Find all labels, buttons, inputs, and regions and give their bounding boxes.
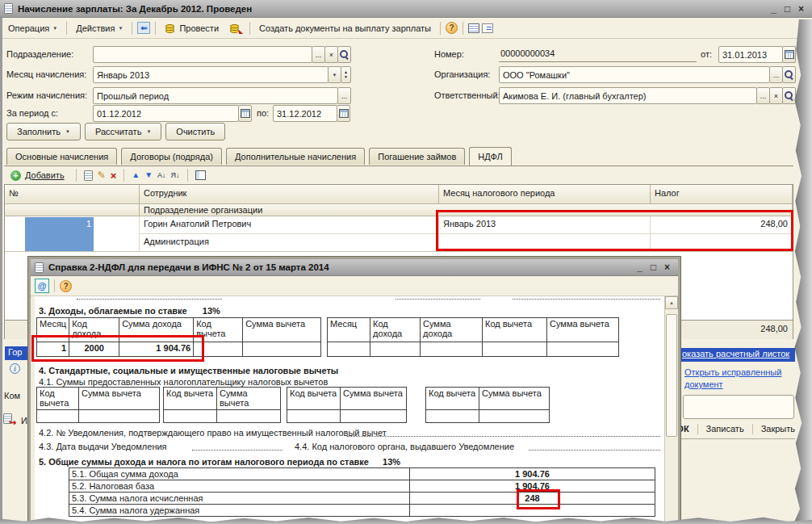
total-row-label: 5.1. Общая сумма дохода (69, 468, 410, 480)
tab-ndfl[interactable]: НДФЛ (469, 147, 511, 166)
toolbar-separator (76, 169, 77, 182)
period-from-field[interactable]: 01.12.2012 (93, 105, 252, 122)
dialog-title: Справка 2-НДФЛ для передачи в ИФНС № 2 о… (48, 262, 633, 272)
dialog-help-icon[interactable]: ? (60, 280, 72, 292)
sort-asc-icon[interactable]: А↓ (157, 171, 166, 179)
add-icon: + (10, 170, 21, 181)
ellipsis-button[interactable]: ... (337, 87, 351, 104)
accrual-month-field[interactable]: Январь 2013 ▼ ▲ ▼ (93, 66, 351, 83)
post-and-close-icon-button[interactable] (225, 21, 245, 35)
magnifier-icon (785, 70, 793, 79)
toolbar-separator (187, 169, 188, 182)
post-document-button[interactable]: Провести (161, 21, 223, 35)
delete-row-icon[interactable]: × (111, 170, 117, 182)
responsible-field[interactable]: Акимова Е. И. (главный бухгалтер) ... × (499, 87, 796, 104)
tab-additional-accruals[interactable]: Дополнительные начисления (226, 148, 365, 165)
goto-list-icon-button[interactable]: ⇐ (137, 22, 150, 34)
vertical-scrollbar[interactable]: ▲ (664, 296, 678, 522)
close-doc-button[interactable]: Закрыть (761, 424, 795, 434)
ellipsis-button[interactable]: ... (312, 46, 325, 63)
grid-header-employee[interactable]: Сотрудник (140, 185, 439, 204)
grid-header-tax[interactable]: Налог (651, 185, 793, 204)
operation-menu-button[interactable]: Операция ▼ (4, 22, 61, 35)
document-icon (35, 262, 44, 273)
window-frame-left (0, 18, 2, 524)
calendar-button[interactable] (337, 105, 350, 122)
ndfl2-dialog: Справка 2-НДФЛ для передачи в ИФНС № 2 о… (28, 257, 680, 524)
spin-button[interactable]: ▲ ▼ (341, 66, 351, 83)
create-payout-docs-label: Создать документы на выплату зарплаты (259, 23, 431, 33)
tab-main-accruals[interactable]: Основные начисления (6, 148, 117, 165)
accrual-month-label: Месяц начисления: (6, 69, 86, 79)
number-field[interactable]: 00000000034 (499, 47, 697, 62)
button-separator (752, 424, 753, 434)
period-to-field[interactable]: 31.12.2012 (273, 105, 350, 122)
edit-row-icon[interactable]: ✎ (98, 170, 106, 181)
doc-date-field[interactable]: 31.01.2013 (718, 46, 796, 63)
help-icon[interactable]: ? (446, 22, 458, 34)
tab-label: Дополнительные начисления (235, 152, 356, 161)
search-icon-button[interactable] (337, 46, 351, 63)
open-corrected-doc-link[interactable]: Открыть исправленный документ (684, 367, 797, 391)
dialog-minimize-button[interactable]: _ (633, 262, 647, 273)
row-selection-marker[interactable]: 1 (25, 217, 94, 251)
calendar-button[interactable] (782, 46, 796, 63)
comment-label-fragment: Ком (4, 391, 20, 400)
calendar-icon (785, 50, 794, 59)
actions-menu-button[interactable]: Действия ▼ (72, 22, 127, 35)
column-settings-icon[interactable] (195, 170, 206, 180)
period-from-label: За период с: (6, 108, 58, 118)
search-icon-button[interactable] (782, 87, 796, 104)
link-line1: Открыть исправленный (684, 367, 797, 379)
scroll-up-icon: ▲ (669, 300, 674, 305)
close-button[interactable]: × (794, 3, 808, 15)
clear-icon[interactable]: × (769, 87, 783, 104)
sort-desc-icon[interactable]: Я↓ (171, 171, 180, 179)
create-payout-docs-button[interactable]: Создать документы на выплату зарплаты (255, 22, 435, 35)
move-up-icon[interactable]: ▲ (132, 171, 140, 179)
dialog-content: 3. Доходы, облагаемые по ставке 13% Меся… (31, 296, 678, 522)
structure-settings-icon[interactable] (482, 23, 493, 33)
scroll-up-button[interactable]: ▲ (665, 296, 678, 309)
dialog-close-button[interactable]: × (660, 262, 674, 273)
calendar-button[interactable] (238, 105, 252, 122)
spin-down-icon: ▼ (344, 75, 348, 79)
comment-field-fragment[interactable] (683, 395, 794, 419)
dialog-toolbar: @ ? (31, 276, 678, 296)
ellipsis-button[interactable]: ... (756, 87, 770, 104)
clear-label: Очистить (176, 127, 215, 136)
fill-button[interactable]: Заполнить ▼ (6, 123, 81, 140)
copy-row-icon[interactable] (84, 170, 93, 181)
department-field[interactable]: ... × (93, 46, 351, 63)
clear-icon[interactable]: × (324, 46, 338, 63)
grid-header-num[interactable]: № (5, 185, 140, 204)
section3-rate: 13% (203, 306, 220, 316)
calculate-button[interactable]: Рассчитать ▼ (85, 123, 161, 140)
maximize-button[interactable]: □ (781, 3, 794, 15)
grid-cell-employee[interactable]: Горин Анатолий Петрович (140, 216, 439, 234)
department-label: Подразделение: (6, 49, 73, 59)
list-settings-icon[interactable] (468, 23, 479, 33)
payslip-link[interactable]: оказать расчетный листок (680, 348, 795, 362)
organization-field[interactable]: ООО "Ромашки" ... (499, 66, 796, 83)
tab-loan-repayment[interactable]: Погашение займов (369, 148, 465, 165)
ellipsis-button[interactable]: ... (769, 66, 783, 83)
grid-cell-department[interactable]: Администрация (140, 234, 439, 252)
info-icon[interactable]: i (10, 363, 20, 374)
clear-button[interactable]: Очистить (165, 123, 225, 140)
move-down-icon[interactable]: ▼ (144, 171, 153, 179)
add-row-button[interactable]: + Добавить (6, 169, 69, 182)
dialog-maximize-button[interactable]: □ (647, 262, 660, 273)
panel-divider (680, 438, 795, 439)
screen: Начисление зарплаты: За Декабрь 2012. Пр… (0, 0, 812, 524)
send-email-icon[interactable]: @ (35, 279, 49, 293)
tab-contracts[interactable]: Договоры (подряда) (121, 148, 222, 165)
calendar-icon (339, 109, 349, 118)
accrual-mode-field[interactable]: Прошлый период ... (93, 87, 351, 104)
scrollbar-thumb[interactable] (666, 314, 677, 437)
save-button[interactable]: Записать (706, 424, 744, 434)
minimize-button[interactable]: _ (767, 3, 781, 15)
fill-in-line (529, 439, 660, 451)
grid-header-month[interactable]: Месяц налогового периода (439, 185, 651, 204)
search-icon-button[interactable] (782, 66, 796, 83)
